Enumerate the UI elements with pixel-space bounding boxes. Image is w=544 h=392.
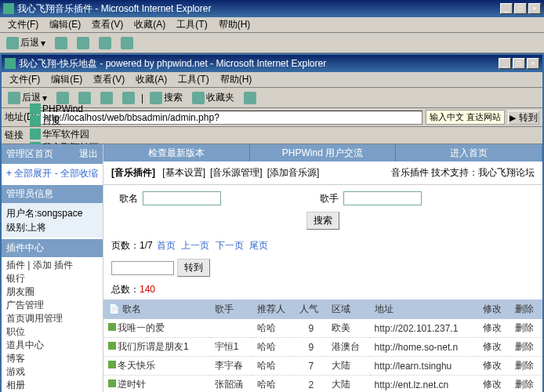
sidebar-item[interactable]: 相册 [6, 379, 98, 392]
sidebar-item[interactable]: 道具中心 [6, 339, 98, 352]
edit-link[interactable]: 修改 [478, 338, 510, 357]
page-first[interactable]: 首页 [157, 240, 176, 251]
pager: 页数：1/7 首页 上一页 下一页 尾页 [103, 236, 542, 256]
home-icon [122, 92, 135, 104]
cell-song[interactable]: 我们所谓是朋友1 [103, 338, 210, 357]
cell-addr[interactable]: http://home.so-net.n [370, 338, 479, 357]
song-label: 歌名 [119, 192, 138, 205]
back-button[interactable]: 后退 ▾ [3, 34, 49, 51]
refresh-button[interactable] [96, 35, 114, 51]
link-item[interactable]: 华军软件园 [30, 128, 99, 141]
history-button[interactable] [241, 90, 259, 106]
support-text: 音乐插件 技术支持：我心飞翔论坛 [391, 166, 535, 180]
music-icon [108, 379, 116, 387]
cell-song[interactable]: 我唯一的爱 [103, 319, 210, 338]
nav-check-version[interactable]: 检查最新版本 [103, 144, 250, 162]
minimize-button[interactable]: _ [499, 58, 511, 69]
menu-help[interactable]: 帮助(H) [216, 71, 257, 88]
search-button[interactable]: 搜索 [147, 89, 186, 106]
sidebar-item[interactable]: 银行 [6, 272, 98, 285]
singer-input[interactable] [343, 191, 422, 205]
inner-title: 我心飞翔-快乐地盘 - powered by phpwind.net - Mic… [19, 57, 326, 71]
cell-singer[interactable]: 张韶涵 [210, 376, 252, 393]
sidebar-item[interactable]: 广告管理 [6, 299, 98, 312]
delete-link[interactable]: 删除 [510, 319, 542, 338]
refresh-icon [99, 37, 111, 49]
menu-file[interactable]: 文件(F) [5, 71, 45, 88]
th-del: 删除 [510, 299, 542, 319]
cell-pop: 7 [295, 357, 327, 376]
page-prev[interactable]: 上一页 [181, 240, 209, 251]
menu-tools[interactable]: 工具(T) [172, 16, 212, 33]
cell-addr[interactable]: http://ent.lz.net.cn [370, 376, 479, 393]
sidebar-item[interactable]: 职位 [6, 325, 98, 339]
menu-help[interactable]: 帮助(H) [214, 16, 256, 33]
sidebar-item[interactable]: 博客 [6, 352, 98, 365]
menu-tools[interactable]: 工具(T) [173, 71, 213, 88]
admin-username: songspace [37, 208, 82, 219]
goto-input[interactable] [111, 261, 174, 275]
menu-fav[interactable]: 收藏(A) [129, 16, 170, 33]
menu-edit[interactable]: 编辑(E) [46, 71, 87, 88]
menu-view[interactable]: 查看(V) [89, 71, 129, 88]
cell-singer[interactable] [210, 319, 252, 338]
song-input[interactable] [143, 191, 221, 205]
delete-link[interactable]: 删除 [510, 338, 542, 357]
admin-info-title: 管理员信息 [2, 185, 103, 203]
sidebar-item[interactable]: 游戏 [6, 365, 98, 379]
page-last[interactable]: 尾页 [249, 240, 268, 251]
page-next[interactable]: 下一页 [216, 240, 244, 251]
edit-link[interactable]: 修改 [478, 319, 510, 338]
refresh-button[interactable] [97, 90, 116, 106]
edit-link[interactable]: 修改 [478, 376, 510, 393]
delete-link[interactable]: 删除 [510, 357, 542, 376]
go-button[interactable]: ▶ 转到 [508, 111, 539, 125]
sidebar-item[interactable]: 朋友圈 [6, 285, 98, 299]
minimize-button[interactable]: _ [500, 3, 513, 14]
edit-link[interactable]: 修改 [478, 357, 510, 376]
sidebar: 管理区首页 退出 + 全部展开 - 全部收缩 管理员信息 用户名:songspa… [2, 144, 103, 392]
favorites-button[interactable]: 收藏夹 [189, 89, 238, 106]
delete-link[interactable]: 删除 [510, 376, 542, 393]
cell-singer[interactable]: 李宇春 [210, 357, 252, 376]
close-button[interactable]: × [528, 3, 541, 14]
home-button[interactable] [119, 90, 138, 106]
home-icon [121, 37, 133, 49]
subhead-link[interactable]: [基本设置] [162, 167, 205, 178]
search-button[interactable]: 搜索 [306, 212, 339, 230]
link-item[interactable]: PHPWind [30, 103, 99, 114]
maximize-button[interactable]: □ [513, 58, 525, 69]
nav-enter-home[interactable]: 进入首页 [396, 144, 542, 162]
link-item[interactable]: 百度 [30, 114, 99, 128]
th-edit: 修改 [478, 299, 510, 319]
menu-view[interactable]: 查看(V) [87, 16, 128, 33]
menu-file[interactable]: 文件(F) [3, 16, 43, 33]
star-icon [192, 92, 205, 104]
close-button[interactable]: × [527, 58, 539, 69]
cell-addr[interactable]: http://learn.tsinghu [370, 357, 479, 376]
goto-button[interactable]: 转到 [177, 259, 210, 277]
expand-collapse[interactable]: + 全部展开 - 全部收缩 [2, 164, 103, 183]
cell-rec: 哈哈 [252, 338, 295, 357]
subhead-link[interactable]: [添加音乐源] [267, 167, 320, 178]
home-button[interactable] [118, 35, 136, 51]
subhead-link[interactable]: [音乐源管理] [210, 167, 263, 178]
menu-fav[interactable]: 收藏(A) [131, 71, 172, 88]
outer-window-controls: _ □ × [500, 3, 541, 14]
top-nav: 检查最新版本 PHPWind 用户交流 进入首页 [103, 144, 542, 162]
sidebar-item[interactable]: 首页调用管理 [6, 312, 98, 325]
menu-edit[interactable]: 编辑(E) [45, 16, 85, 33]
cell-song[interactable]: 冬天快乐 [103, 357, 210, 376]
nav-phpwind-forum[interactable]: PHPWind 用户交流 [250, 144, 397, 162]
cell-region: 大陆 [327, 357, 369, 376]
admin-home-link[interactable]: 管理区首页 [6, 147, 53, 161]
cell-singer[interactable]: 宇恒1 [210, 338, 252, 357]
table-row: 我唯一的爱哈哈9欧美http://202.101.237.1修改删除 [103, 319, 542, 338]
cell-song[interactable]: 逆时针 [103, 376, 210, 393]
sidebar-item[interactable]: 插件 | 添加 插件 [6, 259, 98, 272]
maximize-button[interactable]: □ [514, 3, 527, 14]
stop-button[interactable] [74, 35, 92, 51]
logout-link[interactable]: 退出 [79, 147, 98, 161]
cell-addr[interactable]: http://202.101.237.1 [370, 319, 479, 338]
forward-button[interactable] [52, 35, 71, 51]
